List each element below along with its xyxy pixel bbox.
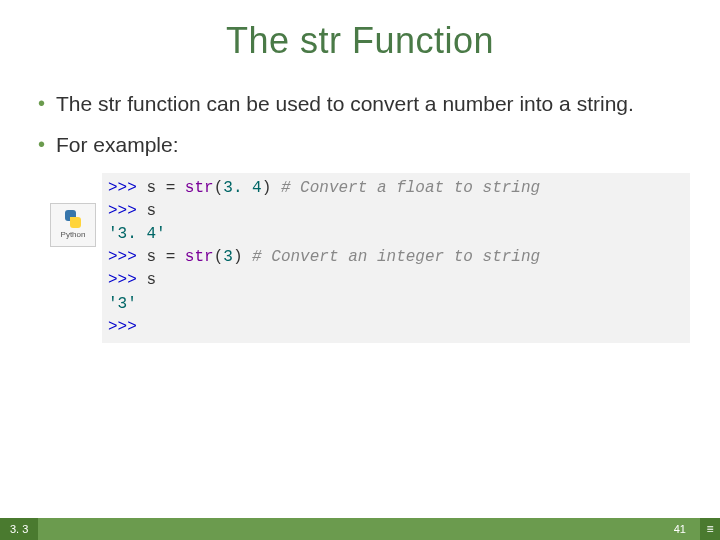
python-logo-icon (63, 210, 83, 228)
code-fn: str (185, 179, 214, 197)
code-area: Python >>> s = str(3. 4) # Convert a flo… (50, 173, 690, 343)
code-paren: ( (214, 248, 224, 266)
footer-section-number: 3. 3 (0, 518, 38, 540)
code-comment: # Convert an integer to string (252, 248, 540, 266)
footer-page-number: 41 (674, 523, 700, 535)
code-block: >>> s = str(3. 4) # Convert a float to s… (102, 173, 690, 343)
code-fn: str (185, 248, 214, 266)
slide: The str Function The str function can be… (0, 0, 720, 540)
code-comment: # Convert a float to string (281, 179, 540, 197)
code-prompt: >>> (108, 271, 137, 289)
code-eq: = (166, 179, 176, 197)
footer-menu-icon[interactable]: ≡ (700, 518, 720, 540)
python-badge: Python (50, 203, 96, 247)
bullet-item: The str function can be used to convert … (38, 90, 690, 117)
code-output: '3' (108, 295, 137, 313)
code-prompt: >>> (108, 318, 137, 336)
code-var: s (146, 202, 156, 220)
code-paren: ) (262, 179, 272, 197)
code-paren: ( (214, 179, 224, 197)
code-paren: ) (233, 248, 243, 266)
bullet-item: For example: (38, 131, 690, 158)
code-arg: 3 (223, 248, 233, 266)
code-var: s (146, 271, 156, 289)
code-eq: = (166, 248, 176, 266)
code-prompt: >>> (108, 248, 137, 266)
code-var: s (146, 248, 156, 266)
code-prompt: >>> (108, 179, 137, 197)
bullet-list: The str function can be used to convert … (30, 90, 690, 159)
python-badge-label: Python (61, 230, 86, 239)
code-arg: 3. 4 (223, 179, 261, 197)
code-prompt: >>> (108, 202, 137, 220)
code-output: '3. 4' (108, 225, 166, 243)
slide-title: The str Function (30, 20, 690, 62)
code-var: s (146, 179, 156, 197)
slide-footer: 3. 3 41 ≡ (0, 518, 720, 540)
